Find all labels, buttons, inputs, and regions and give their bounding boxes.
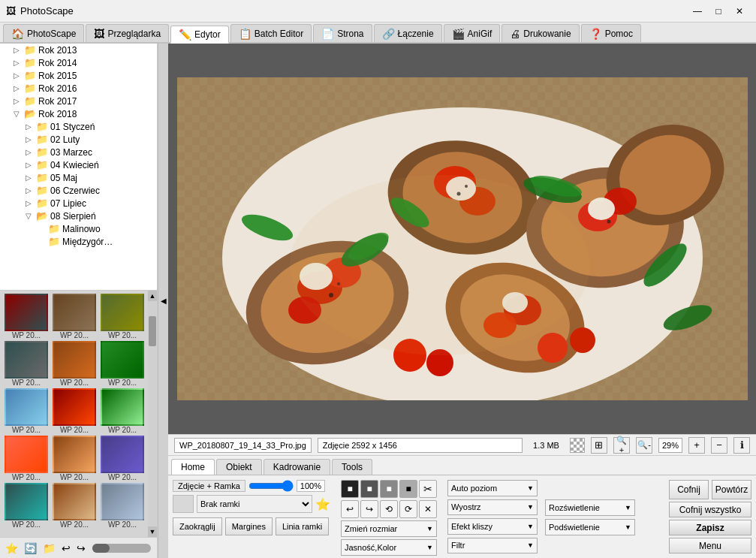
cofnij-row: Cofnij Powtórz — [669, 480, 751, 499]
tree-item-kwiecien[interactable]: ▷ 📁 04 Kwiecień — [0, 158, 157, 171]
tab-kadrowanie[interactable]: Kadrowanie — [264, 459, 330, 475]
tab-obiekt[interactable]: Obiekt — [216, 459, 262, 475]
wyostrz-dropdown[interactable]: Wyostrz ▼ — [447, 499, 538, 516]
bw-btn[interactable]: ■ — [399, 480, 417, 498]
tab-tools[interactable]: Tools — [332, 459, 372, 475]
frame-select-row: Brak ramki ⭐ — [173, 495, 330, 513]
thumb-10[interactable]: WP 20... — [3, 436, 50, 481]
thumb-scrollbar[interactable]: ▲ ▼ — [148, 291, 157, 537]
tree-item-czerwiec[interactable]: ▷ 📁 06 Czerwiec — [0, 184, 157, 197]
auto-color-btn[interactable]: ■ — [341, 480, 359, 498]
tree-item-rok2015[interactable]: ▷ 📁 Rok 2015 — [0, 69, 157, 82]
rozswietlenie-dropdown[interactable]: Rozświetlenie ▼ — [545, 499, 635, 516]
auto-poziom-dropdown[interactable]: Auto poziom ▼ — [447, 480, 538, 496]
thumb-5[interactable]: WP 20... — [51, 341, 98, 387]
scrollbar-thumb[interactable] — [149, 316, 156, 346]
tab-batch[interactable]: 📋 Batch Editor — [230, 24, 312, 42]
zapisz-btn[interactable]: Zapisz — [669, 520, 751, 535]
scroll-track[interactable] — [92, 544, 151, 553]
thumbnail-strip[interactable]: WP 20... WP 20... WP 20... WP 20... — [0, 291, 148, 537]
tab-pomoc[interactable]: ❓ Pomoc — [581, 24, 641, 42]
tab-home[interactable]: Home — [171, 459, 215, 475]
scroll-down-btn[interactable]: ▼ — [148, 526, 157, 537]
info-btn[interactable]: ℹ — [733, 437, 750, 454]
zoom-minus-btn[interactable]: − — [711, 437, 727, 454]
efekt-kliszy-dropdown[interactable]: Efekt kliszy ▼ — [447, 518, 538, 535]
thumb-11[interactable]: WP 20... — [51, 436, 98, 481]
margines-btn[interactable]: Margines — [225, 517, 273, 535]
scroll-up-btn[interactable]: ▲ — [148, 291, 157, 301]
thumb-7[interactable]: WP 20... — [3, 388, 50, 434]
warm-btn[interactable]: ■ — [360, 480, 378, 498]
powtorz-btn[interactable]: Powtórz — [712, 480, 751, 499]
rotate-left-btn[interactable]: ↩ — [341, 500, 359, 518]
rotate-right-btn[interactable]: ↪ — [360, 500, 378, 518]
thumb-14[interactable]: WP 20... — [51, 483, 98, 529]
forward-button[interactable]: ↪ — [74, 541, 88, 555]
zmien-rozmiar-dropdown[interactable]: Zmień rozmiar ▼ — [341, 520, 437, 537]
zaokraglij-btn[interactable]: Zaokrąglij — [173, 517, 222, 535]
zoom-in-btn[interactable]: 🔍+ — [613, 437, 630, 454]
thumb-13[interactable]: WP 20... — [3, 483, 50, 529]
tree-item-rok2017[interactable]: ▷ 📁 Rok 2017 — [0, 95, 157, 107]
thumb-label-7: WP 20... — [12, 426, 41, 434]
thumb-3[interactable]: WP 20... — [99, 294, 146, 339]
cofnij-btn[interactable]: Cofnij — [669, 480, 709, 499]
star-button[interactable]: ⭐ — [3, 541, 20, 555]
tree-item-sierpien[interactable]: ▽ 📂 08 Sierpień — [0, 210, 157, 222]
tab-anigif[interactable]: 🎬 AniGif — [444, 24, 501, 42]
cofnij-wszystko-btn[interactable]: Cofnij wszystko — [669, 502, 751, 517]
thumb-4[interactable]: WP 20... — [3, 341, 50, 387]
podswietlenie-dropdown[interactable]: Podświetlenie ▼ — [545, 519, 635, 535]
zoom-out-btn[interactable]: 🔍- — [636, 437, 652, 454]
zoom-plus-btn[interactable]: + — [688, 437, 705, 454]
close-button[interactable]: ✕ — [729, 4, 750, 19]
tree-item-rok2014[interactable]: ▷ 📁 Rok 2014 — [0, 56, 157, 69]
back-button[interactable]: ↩ — [59, 541, 73, 555]
tree-item-luty[interactable]: ▷ 📁 02 Luty — [0, 133, 157, 146]
arrow-icon: ▼ — [527, 523, 534, 530]
tree-item-rok2018[interactable]: ▽ 📂 Rok 2018 — [0, 107, 157, 120]
tab-photoscape[interactable]: 🏠 PhotoScape — [3, 24, 84, 42]
tab-edytor[interactable]: ✏️ Edytor — [170, 26, 229, 44]
frame-slider[interactable] — [248, 481, 294, 491]
jasnosc-kolor-dropdown[interactable]: Jasność,Kolor ▼ — [341, 539, 437, 556]
sidebar-collapse-btn[interactable]: ◀ — [158, 44, 168, 558]
frame-slider-label: Zdjęcie + Ramka — [173, 480, 245, 492]
tree-item-miedzygor[interactable]: 📁 Międzygór… — [0, 235, 157, 248]
tree-item-rok2016[interactable]: ▷ 📁 Rok 2016 — [0, 82, 157, 95]
menu-btn[interactable]: Menu — [669, 538, 751, 553]
thumb-9[interactable]: WP 20... — [99, 388, 146, 434]
tree-item-styczen[interactable]: ▷ 📁 01 Styczeń — [0, 120, 157, 133]
tab-przegladarka[interactable]: 🖼 Przeglądarka — [86, 24, 169, 42]
tab-drukowanie[interactable]: 🖨 Drukowanie — [501, 24, 579, 42]
cool-btn[interactable]: ■ — [380, 480, 398, 498]
thumb-6[interactable]: WP 20... — [99, 341, 146, 387]
refresh-button[interactable]: 🔄 — [22, 541, 39, 555]
tree-item-lipiec[interactable]: ▷ 📁 07 Lipiec — [0, 197, 157, 210]
fit-icon-btn[interactable]: ⊞ — [591, 437, 607, 454]
tab-laczenie[interactable]: 🔗 Łączenie — [374, 24, 442, 42]
folder-button[interactable]: 📁 — [41, 541, 58, 555]
tab-strona[interactable]: 📄 Strona — [313, 24, 372, 42]
maximize-button[interactable]: □ — [708, 4, 729, 19]
delete-btn[interactable]: ✕ — [419, 500, 437, 518]
thumb-12[interactable]: WP 20... — [99, 436, 146, 481]
flip-v-btn[interactable]: ⟳ — [399, 500, 417, 518]
invert-btn[interactable]: ✂ — [419, 480, 437, 498]
thumb-15[interactable]: WP 20... — [99, 483, 146, 529]
minimize-button[interactable]: — — [687, 4, 708, 19]
tree-item-malinowo[interactable]: 📁 Malinowo — [0, 222, 157, 235]
tree-item-marzec[interactable]: ▷ 📁 03 Marzec — [0, 146, 157, 158]
thumb-1[interactable]: WP 20... — [3, 294, 50, 339]
thumb-8[interactable]: WP 20... — [51, 388, 98, 434]
frame-select[interactable]: Brak ramki — [197, 495, 312, 513]
folder-tree[interactable]: ▷ 📁 Rok 2013 ▷ 📁 Rok 2014 ▷ 📁 Rok 2015 ▷… — [0, 44, 157, 291]
thumb-2[interactable]: WP 20... — [51, 294, 98, 339]
tree-item-maj[interactable]: ▷ 📁 05 Maj — [0, 171, 157, 184]
linia-ramki-btn[interactable]: Linia ramki — [276, 517, 329, 535]
filtr-dropdown[interactable]: Filtr ▼ — [447, 538, 538, 554]
flip-h-btn[interactable]: ⟲ — [380, 500, 398, 518]
frame-star-btn[interactable]: ⭐ — [315, 497, 330, 511]
tree-item-rok2013[interactable]: ▷ 📁 Rok 2013 — [0, 44, 157, 56]
